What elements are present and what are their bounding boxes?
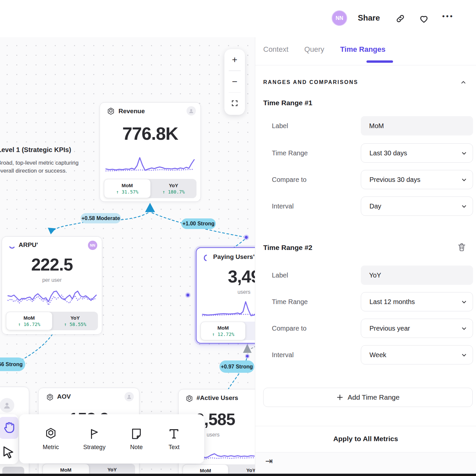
metric-hexagon-icon [107, 107, 115, 116]
tool-panel: Metric Strategy Note Text [19, 414, 204, 463]
tool-metric[interactable]: Metric [43, 427, 59, 451]
select-tool-button[interactable] [0, 442, 18, 462]
label-input[interactable]: YoY [361, 266, 473, 285]
chip-label: MoM [121, 183, 133, 188]
card-title: Revenue [119, 108, 145, 115]
chip-mom[interactable]: MoM ↑ 12.72% [200, 322, 246, 340]
input-value: YoY [361, 272, 381, 279]
apply-all-metrics-button[interactable]: Apply to All Metrics [255, 435, 476, 443]
comparison-chipbar: MoM ↑ 16.72% YoY ↑ 58.55% [6, 312, 98, 330]
owner-avatar-nn[interactable]: NN [88, 241, 97, 250]
cursor-icon [2, 445, 16, 459]
sparkline [105, 155, 197, 176]
favorite-button[interactable] [419, 13, 429, 24]
time-range-select[interactable]: Last 30 days [361, 143, 473, 163]
input-value: MoM [361, 122, 384, 130]
tool-strategy[interactable]: Strategy [83, 427, 106, 451]
sparkline [201, 298, 255, 320]
tool-label: Strategy [83, 444, 106, 451]
zoom-widget: + − [224, 49, 245, 115]
edge-label-strong-2[interactable]: 66 Strong [0, 357, 25, 371]
metric-arc-icon [8, 242, 16, 250]
delete-time-range-button[interactable] [457, 242, 466, 252]
metric-card-paying-users[interactable]: Paying Users' 3,49 users MoM ↑ 12.72% [196, 247, 255, 344]
chevron-up-icon[interactable] [460, 79, 467, 86]
owner-avatar[interactable] [124, 392, 134, 401]
note-title: Level 1 (Strategic KPIs) [0, 146, 79, 154]
chip-label: YoY [246, 467, 255, 473]
label-input[interactable]: MoM [361, 116, 473, 135]
note-icon [130, 427, 143, 440]
flag-icon [88, 427, 101, 440]
share-button[interactable]: Share [358, 13, 380, 23]
section-title: RANGES AND COMPARISONS [263, 79, 358, 85]
chevron-down-icon [461, 325, 467, 332]
plus-icon [336, 394, 344, 401]
metric-card-arpu[interactable]: ARPU' NN 222.5 per user MoM ↑ 16.72% YoY… [2, 236, 102, 335]
tool-text[interactable]: Text [167, 427, 181, 451]
compare-to-select[interactable]: Previous year [361, 319, 473, 338]
edge-label-strong-3[interactable]: +0.97 Strong [219, 360, 254, 373]
link-icon [395, 13, 406, 24]
tab-query[interactable]: Query [304, 45, 324, 54]
tab-time-ranges[interactable]: Time Ranges [340, 45, 386, 54]
tool-note[interactable]: Note [130, 427, 143, 451]
interval-select[interactable]: Week [361, 345, 473, 364]
top-header: NN Share ••• [0, 0, 476, 37]
metric-value: 222.5 [2, 255, 102, 275]
add-time-range-button[interactable]: Add Time Range [263, 388, 473, 407]
sparkline [7, 286, 98, 312]
panel-footer: ⇥ [255, 452, 476, 476]
chip-label: YoY [169, 183, 178, 188]
metric-hexagon-icon [46, 393, 54, 402]
copy-link-button[interactable] [395, 13, 406, 24]
fit-screen-button[interactable] [224, 93, 245, 114]
card-title: Paying Users' [213, 253, 255, 261]
compare-to-select[interactable]: Previous 30 days [361, 170, 473, 189]
time-range-1-title: Time Range #1 [263, 99, 312, 107]
chip-delta: ↑ 58.55% [64, 322, 86, 327]
comparison-chipbar: MoM ↑ 31.57% YoY ↑ 180.7% [104, 179, 197, 198]
chevron-down-icon [461, 203, 467, 210]
zoom-out-button[interactable]: − [224, 71, 245, 92]
card-title: AOV [57, 393, 71, 400]
settings-panel: Context Query Time Ranges RANGES AND COM… [255, 37, 476, 476]
metric-unit: users [197, 289, 255, 295]
field-row-label-2: Label YoY [263, 266, 473, 285]
fullscreen-icon [231, 100, 238, 107]
card-title: ARPU' [19, 241, 38, 249]
chip-yoy[interactable]: YoY ↑ 180.7% [151, 179, 197, 198]
panel-tabs: Context Query Time Ranges [263, 45, 385, 54]
metric-tree-canvas[interactable]: Level 1 (Strategic KPIs) Broad, top-leve… [0, 37, 255, 476]
hand-tool-button[interactable] [0, 417, 18, 439]
field-label: Time Range [272, 292, 308, 311]
chip-label: YoY [108, 467, 117, 472]
user-avatar[interactable]: NN [332, 10, 347, 26]
metric-tool-icon [44, 427, 57, 440]
field-row-compare-2: Compare to Previous year [263, 319, 473, 338]
interval-select[interactable]: Day [361, 197, 473, 216]
tab-context[interactable]: Context [263, 45, 288, 54]
trash-icon [457, 242, 466, 252]
chip-yoy[interactable] [246, 322, 255, 340]
chip-mom[interactable]: MoM ↑ 16.72% [6, 312, 52, 330]
field-label: Compare to [272, 319, 307, 338]
edge-label-strong-1[interactable]: +1.00 Strong [181, 218, 216, 229]
time-range-select[interactable]: Last 12 months [361, 292, 473, 311]
zoom-in-button[interactable]: + [224, 49, 245, 70]
metric-card-revenue[interactable]: Revenue 776.8K MoM ↑ 31.57% YoY ↑ 180.7% [100, 102, 201, 202]
field-row-label-1: Label MoM [263, 116, 473, 135]
chip-yoy[interactable]: YoY ↑ 58.55% [52, 312, 98, 330]
owner-avatar[interactable] [0, 398, 14, 413]
canvas-note-level1[interactable]: Level 1 (Strategic KPIs) Broad, top-leve… [0, 146, 79, 175]
chip-delta: ↑ 31.57% [116, 189, 138, 195]
owner-avatar[interactable] [187, 106, 196, 116]
section-header[interactable]: RANGES AND COMPARISONS [263, 79, 467, 86]
chip-label: MoM [24, 315, 35, 321]
collapse-panel-icon[interactable]: ⇥ [265, 456, 273, 466]
edge-label-moderate[interactable]: +0.58 Moderate [81, 213, 121, 223]
more-options-button[interactable]: ••• [442, 12, 454, 21]
chevron-down-icon [461, 177, 467, 183]
field-label: Interval [272, 197, 294, 216]
chip-mom[interactable]: MoM ↑ 31.57% [104, 179, 151, 198]
